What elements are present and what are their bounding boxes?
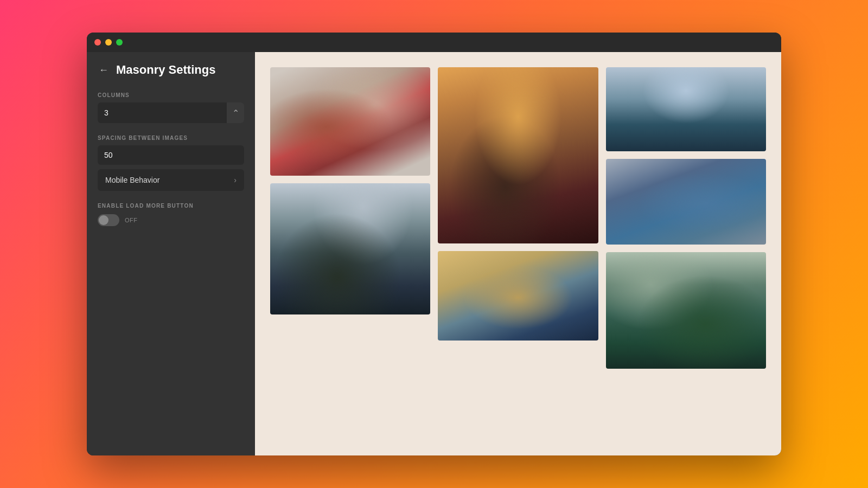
minimize-button[interactable] bbox=[105, 39, 112, 46]
app-window: ← Masonry Settings COLUMNS ⌃ SPACING BET… bbox=[87, 33, 781, 455]
close-button[interactable] bbox=[94, 39, 101, 46]
sidebar: ← Masonry Settings COLUMNS ⌃ SPACING BET… bbox=[87, 52, 255, 455]
spacing-input[interactable] bbox=[98, 145, 244, 165]
masonry-grid bbox=[270, 67, 766, 369]
list-item bbox=[606, 159, 766, 245]
maximize-button[interactable] bbox=[116, 39, 123, 46]
list-item bbox=[606, 67, 766, 151]
list-item bbox=[606, 252, 766, 369]
columns-input[interactable] bbox=[98, 103, 227, 123]
masonry-column-1 bbox=[270, 67, 430, 314]
page-title: Masonry Settings bbox=[116, 63, 215, 77]
toggle-row: OFF bbox=[98, 214, 244, 226]
toggle-state-label: OFF bbox=[125, 217, 138, 223]
photo-car-kiss-image bbox=[270, 67, 430, 176]
main-content bbox=[255, 52, 781, 455]
photo-beach-bride-image bbox=[606, 252, 766, 369]
photo-mountain-woman-image bbox=[606, 159, 766, 245]
columns-label: COLUMNS bbox=[98, 92, 244, 98]
back-button[interactable]: ← bbox=[98, 63, 110, 77]
masonry-column-2 bbox=[438, 67, 598, 341]
title-bar bbox=[87, 33, 781, 52]
photo-mountain-dock-image bbox=[606, 67, 766, 151]
chevron-right-icon: › bbox=[234, 176, 237, 184]
mobile-behavior-row[interactable]: Mobile Behavior › bbox=[98, 169, 244, 191]
list-item bbox=[270, 67, 430, 176]
columns-spinner[interactable]: ⌃ bbox=[227, 102, 244, 123]
list-item bbox=[438, 251, 598, 341]
columns-field-group: COLUMNS ⌃ bbox=[98, 92, 244, 123]
list-item bbox=[438, 67, 598, 243]
masonry-column-3 bbox=[606, 67, 766, 369]
list-item bbox=[270, 183, 430, 314]
spacing-label: SPACING BETWEEN IMAGES bbox=[98, 135, 244, 141]
spacing-field-group: SPACING BETWEEN IMAGES Mobile Behavior › bbox=[98, 135, 244, 191]
toggle-knob bbox=[99, 215, 108, 225]
columns-input-row: ⌃ bbox=[98, 102, 244, 123]
load-more-section: ENABLE LOAD MORE BUTTON OFF bbox=[98, 203, 244, 226]
load-more-label: ENABLE LOAD MORE BUTTON bbox=[98, 203, 244, 209]
mobile-behavior-label: Mobile Behavior bbox=[105, 176, 159, 184]
sidebar-header: ← Masonry Settings bbox=[98, 63, 244, 77]
photo-lake-couple-image bbox=[438, 251, 598, 341]
load-more-toggle[interactable] bbox=[98, 214, 119, 226]
photo-forest-couple-image bbox=[270, 183, 430, 314]
photo-wedding-sunset-image bbox=[438, 67, 598, 243]
window-body: ← Masonry Settings COLUMNS ⌃ SPACING BET… bbox=[87, 52, 781, 455]
